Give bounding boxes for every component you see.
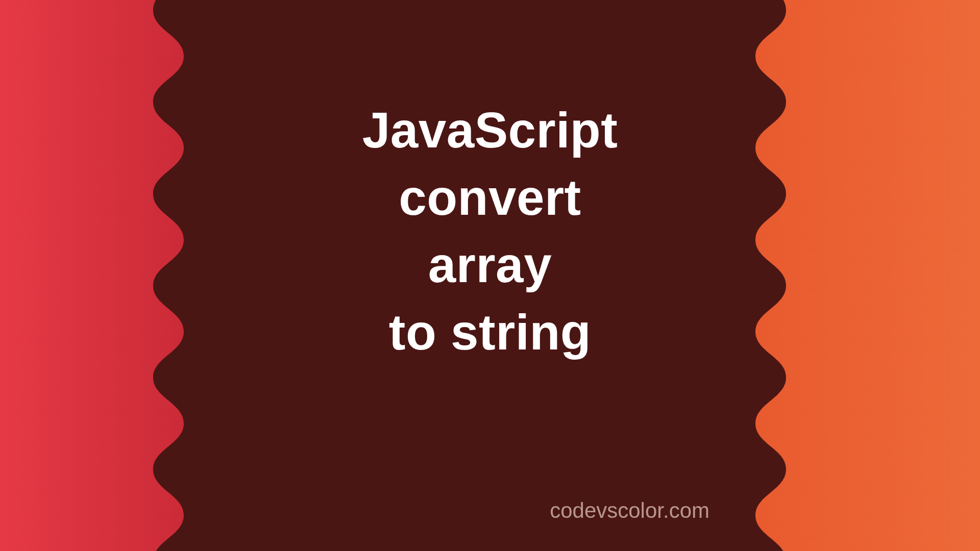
title-block: JavaScript convert array to string: [362, 96, 618, 366]
title-line-1: JavaScript: [362, 96, 618, 164]
watermark-text: codevscolor.com: [550, 498, 709, 523]
blob-shape-right: [623, 0, 837, 551]
title-line-4: to string: [362, 299, 618, 366]
title-line-3: array: [362, 232, 618, 299]
title-line-2: convert: [362, 164, 618, 231]
banner-graphic: JavaScript convert array to string codev…: [0, 0, 980, 551]
blob-shape-left: [102, 0, 316, 551]
